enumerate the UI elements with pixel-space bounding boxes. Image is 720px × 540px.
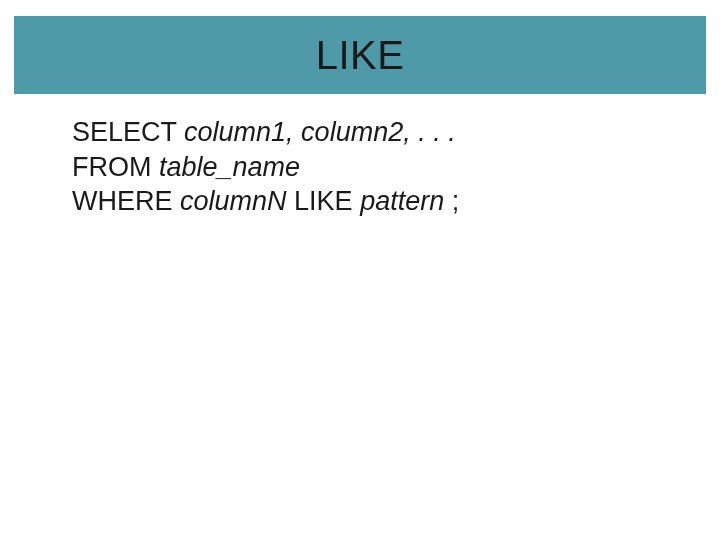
code-block: SELECT column1, column2, . . . FROM tabl… bbox=[72, 115, 680, 219]
keyword-from: FROM bbox=[72, 152, 151, 182]
keyword-like: LIKE bbox=[294, 186, 353, 216]
code-line-1: SELECT column1, column2, . . . bbox=[72, 115, 680, 150]
slide-header: LIKE bbox=[14, 16, 706, 94]
columns-placeholder: column1, column2, . . . bbox=[184, 117, 456, 147]
semicolon: ; bbox=[452, 186, 460, 216]
pattern-placeholder: pattern bbox=[360, 186, 444, 216]
keyword-select: SELECT bbox=[72, 117, 177, 147]
keyword-where: WHERE bbox=[72, 186, 173, 216]
slide-title: LIKE bbox=[316, 33, 405, 78]
table-placeholder: table_name bbox=[159, 152, 300, 182]
code-line-2: FROM table_name bbox=[72, 150, 680, 185]
code-line-3: WHERE columnN LIKE pattern ; bbox=[72, 184, 680, 219]
column-n-placeholder: columnN bbox=[180, 186, 287, 216]
